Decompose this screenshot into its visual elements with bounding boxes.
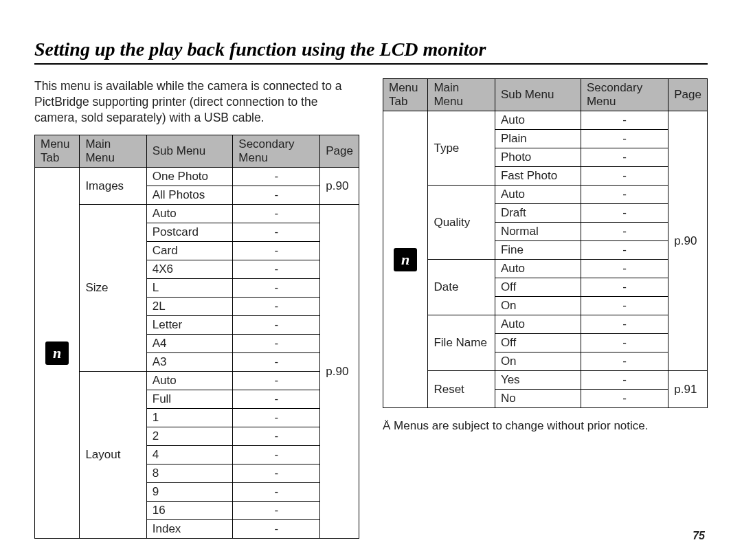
sec: - [581,111,668,130]
heading-rule [34,63,708,65]
sub: A4 [146,335,233,353]
sec: - [581,315,668,334]
sub: 16 [146,502,233,520]
sub: 4 [146,446,233,464]
menu-tab-cell: n [383,111,428,408]
sub: All Photos [146,186,233,205]
main-quality: Quality [428,186,495,260]
sub: 1 [146,409,233,427]
sec: - [233,372,320,390]
sec: - [233,520,320,539]
sub: A3 [146,353,233,372]
main-reset: Reset [428,371,495,408]
th-sec: Secondary Menu [581,79,668,111]
menu-table-1: Menu Tab Main Menu Sub Menu Secondary Me… [34,135,359,539]
sub: Off [495,278,581,297]
sec: - [233,279,320,298]
sec: - [581,167,668,186]
sec: - [233,353,320,372]
sec: - [233,298,320,316]
sec: - [233,446,320,464]
sec: - [233,205,320,223]
left-column: This menu is available while the camera … [34,78,359,539]
sub: Photo [495,148,581,167]
sub: Fast Photo [495,167,581,186]
right-column: Menu Tab Main Menu Sub Menu Secondary Me… [383,78,708,433]
th-sec: Secondary Menu [233,135,320,168]
th-main: Main Menu [80,135,146,168]
th-sub: Sub Menu [146,135,233,168]
menu-tab-cell: n [35,168,80,539]
footnote: Ä Menus are subject to change without pr… [383,419,708,433]
page: p.90 [668,111,708,371]
sub: Card [146,242,233,260]
sec: - [233,502,320,520]
sub: Plain [495,130,581,148]
sub: Index [146,520,233,539]
intro-text: This menu is available while the camera … [34,78,359,125]
sec: - [581,260,668,278]
sec: - [233,242,320,260]
sec: - [581,204,668,223]
pictbridge-icon: n [394,248,417,271]
sub: 2 [146,427,233,446]
page-number: 75 [693,530,705,542]
sec: - [581,241,668,260]
sec: - [233,464,320,483]
sub: On [495,297,581,315]
sec: - [581,297,668,315]
sec: - [581,371,668,390]
sec: - [233,223,320,242]
main-type: Type [428,111,495,186]
sec: - [233,427,320,446]
pictbridge-icon: n [45,341,69,365]
th-page: Page [320,135,359,168]
sec: - [233,483,320,502]
main-date: Date [428,260,495,315]
sec: - [581,130,668,148]
sec: - [233,335,320,353]
page: p.90 [320,168,359,205]
sub: Off [495,334,581,352]
sub: Draft [495,204,581,223]
menu-table-2: Menu Tab Main Menu Sub Menu Secondary Me… [383,78,708,408]
sec: - [581,334,668,352]
main-layout: Layout [80,372,146,539]
sub: Auto [146,372,233,390]
th-tab: Menu Tab [35,135,80,168]
sub: 9 [146,483,233,502]
sub: Auto [495,186,581,204]
sub: Auto [146,205,233,223]
sub: Postcard [146,223,233,242]
th-sub: Sub Menu [495,79,581,111]
sec: - [581,278,668,297]
sec: - [233,168,320,186]
sec: - [581,148,668,167]
sub: 2L [146,298,233,316]
sub: Letter [146,316,233,335]
sec: - [581,186,668,204]
main-filename: File Name [428,315,495,371]
th-main: Main Menu [428,79,495,111]
sec: - [233,260,320,279]
sub: 8 [146,464,233,483]
sec: - [233,390,320,409]
page: p.91 [668,371,708,408]
sub: Fine [495,241,581,260]
sub: Auto [495,111,581,130]
th-tab: Menu Tab [383,79,428,111]
sub: Normal [495,223,581,241]
sec: - [233,316,320,335]
sec: - [233,409,320,427]
sec: - [581,390,668,408]
main-images: Images [80,168,146,205]
sec: - [581,223,668,241]
sub: Full [146,390,233,409]
sub: Auto [495,315,581,334]
sec: - [581,352,668,371]
page-heading: Setting up the play back function using … [34,38,708,60]
sub: L [146,279,233,298]
sub: One Photo [146,168,233,186]
th-page: Page [668,79,708,111]
page: p.90 [320,205,359,539]
